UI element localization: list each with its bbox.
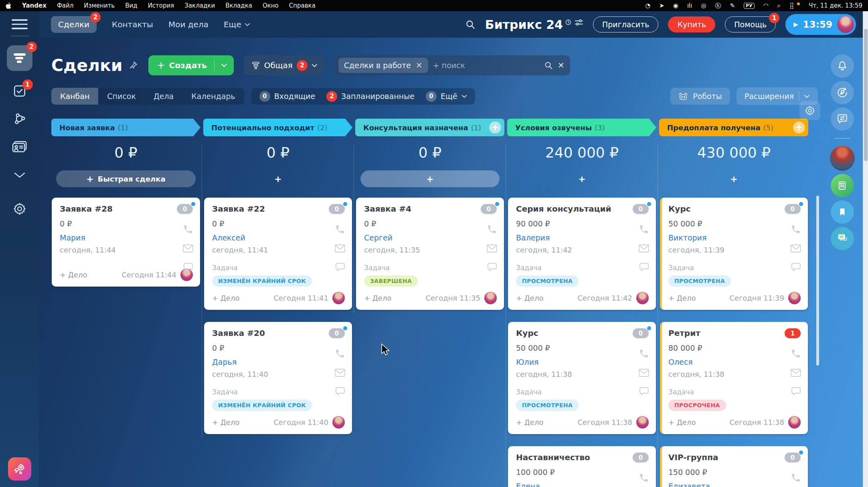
deal-card[interactable]: Курс 0 50 000 ₽ Юлия сегодня, 11:38 Зада… (508, 322, 656, 434)
add-deal-to-stage-button[interactable]: + (489, 121, 501, 133)
deal-card[interactable]: Ретрит 1 80 000 ₽ Олеся сегодня, 11:38 З… (660, 322, 808, 434)
phone-icon[interactable] (791, 224, 801, 234)
deal-contact-link[interactable]: Валерия (516, 233, 550, 242)
stage-header[interactable]: Предоплата получена (5) + (659, 119, 808, 136)
deal-title[interactable]: Курс (516, 328, 538, 338)
mail-icon[interactable] (334, 244, 346, 253)
sidebar-item-contacts[interactable] (11, 139, 28, 155)
add-activity-button[interactable]: + Дело (668, 418, 696, 426)
sidebar-item-crm[interactable]: 2 (7, 45, 32, 71)
responsible-avatar[interactable] (788, 292, 801, 304)
deal-title[interactable]: Курс (668, 204, 691, 214)
menubar-item[interactable]: Вид (125, 2, 137, 9)
search-icon[interactable] (544, 61, 553, 70)
kanban-settings-button[interactable] (799, 101, 820, 120)
mail-icon[interactable] (182, 244, 194, 253)
view-tab-Список[interactable]: Список (98, 88, 145, 105)
feather-app-icon[interactable]: ✎ (730, 3, 735, 9)
add-activity-button[interactable]: + Дело (60, 271, 87, 279)
deal-contact-link[interactable]: Мария (60, 233, 85, 242)
view-tab-Календарь[interactable]: Календарь (182, 88, 244, 105)
menubar-clock[interactable]: Чт, 11 дек. 13:59 (809, 2, 862, 9)
phone-icon[interactable] (791, 473, 801, 483)
messenger-button[interactable] (831, 227, 854, 250)
chat-icon[interactable] (639, 263, 649, 272)
portal-logo[interactable]: Битрикс 24 (485, 18, 583, 32)
menubar-item[interactable]: Изменить (84, 2, 115, 9)
phone-icon[interactable] (639, 348, 649, 359)
page-scrollbar-thumb[interactable] (864, 29, 868, 161)
deal-title[interactable]: Заявка #4 (364, 204, 411, 214)
deal-card[interactable]: Курс 0 50 000 ₽ Виктория сегодня, 11:39 … (660, 198, 808, 310)
remove-filter-icon[interactable]: ✕ (416, 61, 423, 70)
phone-icon[interactable] (335, 224, 345, 234)
deal-card[interactable]: Заявка #28 0 0 ₽ Мария сегодня, 11:44 + … (52, 198, 200, 287)
add-activity-button[interactable]: + Дело (516, 418, 543, 426)
phone-icon[interactable] (183, 224, 193, 234)
stage-header[interactable]: Консультация назначена (1) + (355, 119, 504, 136)
deal-card[interactable]: Заявка #20 0 0 ₽ Дарья сегодня, 11:40 За… (204, 322, 352, 434)
language-indicator[interactable]: РУ (744, 3, 755, 9)
add-activity-button[interactable]: + Дело (364, 294, 391, 302)
phone-icon[interactable] (639, 473, 649, 483)
buy-button[interactable]: Купить (668, 16, 715, 32)
menubar-app-name[interactable]: Yandex (22, 2, 47, 9)
add-activity-button[interactable]: + Дело (212, 294, 239, 302)
chat-icon[interactable] (639, 387, 649, 396)
audio-levels-icon[interactable]: ılı (687, 3, 692, 9)
responsible-avatar[interactable] (636, 416, 649, 428)
deal-contact-link[interactable]: Елена (516, 482, 540, 487)
rocket-launcher-button[interactable] (8, 457, 31, 481)
menubar-item[interactable]: Вкладка (225, 2, 252, 9)
chat-icon[interactable] (335, 263, 346, 272)
deal-card[interactable]: Наставничество 0 100 000 ₽ Елена сегодня… (508, 446, 656, 487)
chat-icon[interactable] (791, 387, 801, 396)
phone-icon[interactable] (791, 348, 801, 359)
filter-search-bar[interactable]: Сделки в работе ✕ + поиск ✕ (335, 55, 570, 75)
nav-item-Сделки[interactable]: Сделки 2 (51, 16, 97, 33)
obs-icon[interactable]: ◔ (645, 3, 650, 9)
add-activity-button[interactable]: + Дело (516, 294, 543, 302)
add-activity-button[interactable]: + Дело (668, 294, 696, 302)
chat-icon[interactable] (335, 387, 346, 396)
view-tab-Дела[interactable]: Дела (145, 88, 182, 105)
chat-icon[interactable] (183, 263, 194, 272)
responsible-avatar[interactable] (484, 292, 497, 304)
deal-title[interactable]: Наставничество (516, 453, 590, 462)
deal-contact-link[interactable]: Дарья (212, 358, 237, 366)
mail-icon[interactable] (638, 244, 649, 253)
sidebar-item-tasks[interactable]: 1 (11, 83, 28, 99)
creative-cloud-icon[interactable]: ◎ (701, 3, 706, 9)
menubar-item[interactable]: Файл (57, 2, 73, 9)
deal-contact-link[interactable]: Сергей (364, 233, 393, 242)
sidebar-settings-gear-icon[interactable] (11, 201, 28, 217)
funnel-selector[interactable]: Общая 2 (244, 55, 325, 75)
openlines-button[interactable] (831, 107, 854, 131)
responsible-avatar[interactable] (332, 292, 345, 304)
sidebar-expand-chevron-icon[interactable] (11, 167, 28, 183)
help-button[interactable]: Помощь 1 (725, 16, 776, 32)
notifications-button[interactable] (831, 55, 854, 78)
search-input[interactable]: + поиск (433, 61, 539, 70)
bookmarks-button[interactable] (831, 200, 854, 224)
telegram-icon[interactable]: ➤ (659, 3, 664, 9)
quick-deal-button[interactable]: +Быстрая сделка (56, 170, 196, 187)
stage-counter-Запланированные[interactable]: 2 Запланированные (326, 91, 415, 102)
page-scrollbar[interactable] (863, 11, 868, 487)
deal-contact-link[interactable]: Олеся (668, 358, 693, 366)
deal-title[interactable]: Ретрит (668, 328, 700, 338)
stage-header[interactable]: Новая заявка (1) (51, 119, 200, 136)
chat-icon[interactable] (791, 263, 801, 272)
mail-icon[interactable] (486, 244, 498, 253)
view-tab-Канбан[interactable]: Канбан (51, 88, 98, 105)
chat-icon[interactable] (487, 263, 498, 272)
phone-icon[interactable] (639, 224, 649, 234)
responsible-avatar[interactable] (788, 416, 801, 428)
control-center-icon[interactable]: ⣿ (789, 3, 794, 9)
create-deal-button[interactable]: + Создать (148, 55, 234, 75)
spotlight-search-icon[interactable]: ⌕ (777, 3, 781, 9)
deal-contact-link[interactable]: Елизавета (668, 482, 710, 487)
deal-contact-link[interactable]: Алексей (212, 233, 245, 242)
wifi-icon[interactable]: ◠ (763, 3, 769, 9)
responsible-avatar[interactable] (636, 292, 649, 304)
